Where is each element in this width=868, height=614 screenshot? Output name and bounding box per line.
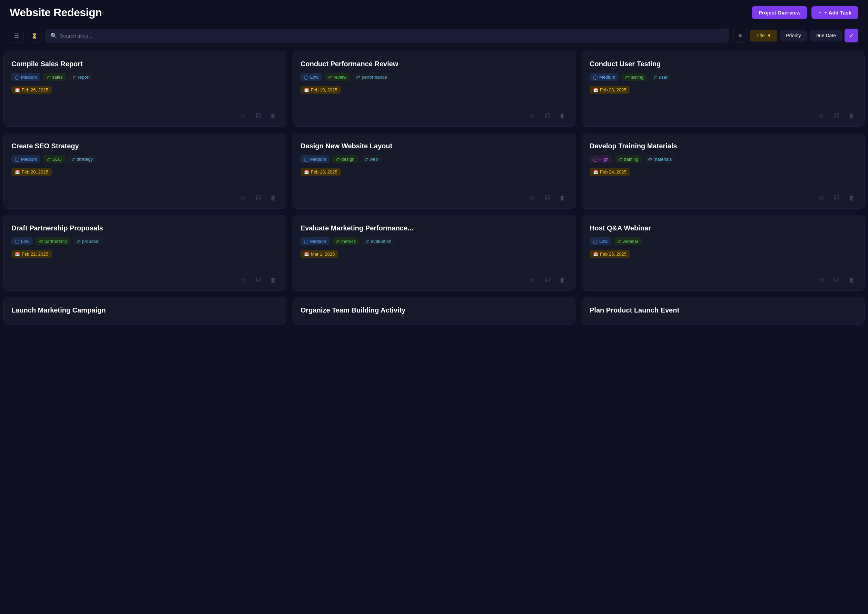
task-tag: 🏷 webinar xyxy=(614,237,642,245)
task-footer: ☆ ☑ 🗑 xyxy=(590,273,857,285)
complete-button[interactable]: ☑ xyxy=(832,111,842,121)
task-tags: ◯ Low 🏷 review 🏷 performance xyxy=(301,73,567,81)
menu-button[interactable]: ☰ xyxy=(10,29,23,42)
tag-icon: 🏷 xyxy=(46,75,50,79)
due-date-text: Feb 26, 2025 xyxy=(22,87,48,93)
delete-button[interactable]: 🗑 xyxy=(269,275,278,285)
chevron-down-icon: ▼ xyxy=(767,33,771,38)
task-card: Plan Product Launch Event xyxy=(582,297,865,325)
filter-due-date-button[interactable]: Due Date xyxy=(810,29,842,41)
task-tag: 🏷 evaluation xyxy=(362,237,395,245)
star-button[interactable]: ☆ xyxy=(239,193,248,203)
calendar-icon: 📅 xyxy=(15,252,20,257)
add-task-button[interactable]: + + Add Task xyxy=(811,6,858,19)
calendar-icon: 📅 xyxy=(593,252,598,257)
priority-label: Medium xyxy=(310,239,326,244)
task-tag: 🏷 sales xyxy=(43,73,66,81)
priority-label: Medium xyxy=(21,157,37,162)
tag-text: sales xyxy=(52,74,62,80)
tag-text: testing xyxy=(630,74,643,80)
delete-button[interactable]: 🗑 xyxy=(269,193,278,203)
task-title: Create SEO Strategy xyxy=(11,141,278,150)
priority-label: Medium xyxy=(310,157,326,162)
due-date-text: Feb 23, 2025 xyxy=(600,87,626,93)
clock-icon: ⏳ xyxy=(31,33,38,39)
header-actions: Project Overview + + Add Task xyxy=(752,6,858,19)
due-date-text: Mar 1, 2025 xyxy=(311,251,335,257)
complete-button[interactable]: ☑ xyxy=(542,275,552,285)
task-tags: ◯ High 🏷 training 🏷 materials xyxy=(590,155,857,163)
search-container: 🔍 xyxy=(45,29,729,42)
task-footer: ☆ ☑ 🗑 xyxy=(590,108,857,121)
tag-text: evaluation xyxy=(371,239,391,244)
tag-text: report xyxy=(78,74,90,80)
project-overview-button[interactable]: Project Overview xyxy=(752,6,808,19)
calendar-icon: 📅 xyxy=(593,88,598,93)
star-button[interactable]: ☆ xyxy=(817,275,826,285)
complete-button[interactable]: ☑ xyxy=(254,275,263,285)
task-title: Develop Training Materials xyxy=(590,141,857,150)
filter-priority-button[interactable]: Priority xyxy=(780,29,807,41)
task-title: Organize Team Building Activity xyxy=(301,305,567,315)
history-button[interactable]: ⏳ xyxy=(28,29,42,42)
tag-icon: 🏷 xyxy=(356,75,360,79)
due-date-text: Feb 22, 2025 xyxy=(22,251,48,257)
complete-button[interactable]: ☑ xyxy=(254,193,263,203)
search-input[interactable] xyxy=(45,29,729,42)
delete-button[interactable]: 🗑 xyxy=(847,275,857,285)
task-title: Host Q&A Webinar xyxy=(590,223,857,233)
complete-button[interactable]: ☑ xyxy=(542,193,552,203)
delete-button[interactable]: 🗑 xyxy=(558,275,567,285)
task-tag: 🏷 materials xyxy=(645,155,675,163)
star-button[interactable]: ☆ xyxy=(817,111,826,121)
priority-tag: ◯ Medium xyxy=(11,73,40,81)
complete-button[interactable]: ☑ xyxy=(832,193,842,203)
tag-icon: 🏷 xyxy=(618,157,622,161)
due-date-tag: 📅 Feb 20, 2025 xyxy=(11,168,52,176)
filter-title-button[interactable]: Title ▼ xyxy=(750,29,777,41)
task-title: Conduct User Testing xyxy=(590,59,857,68)
delete-button[interactable]: 🗑 xyxy=(847,111,857,121)
priority-tag: ◯ Medium xyxy=(590,73,618,81)
check-filter-button[interactable]: ✓ xyxy=(845,29,858,42)
task-card: Compile Sales Report ◯ Medium 🏷 sales 🏷 … xyxy=(3,51,286,127)
priority-tag: ◯ Medium xyxy=(301,237,329,245)
star-button[interactable]: ☆ xyxy=(527,111,537,121)
delete-button[interactable]: 🗑 xyxy=(847,193,857,203)
tag-text: partnership xyxy=(45,239,67,244)
task-card: Host Q&A Webinar ◯ Low 🏷 webinar 📅 Feb 2… xyxy=(582,215,865,291)
delete-button[interactable]: 🗑 xyxy=(558,111,567,121)
priority-tag: ◯ Low xyxy=(590,237,611,245)
filter-title-label: Title xyxy=(756,33,764,38)
tag-icon: 🏷 xyxy=(653,75,657,79)
delete-button[interactable]: 🗑 xyxy=(269,111,278,121)
complete-button[interactable]: ☑ xyxy=(832,275,842,285)
complete-button[interactable]: ☑ xyxy=(254,111,263,121)
due-date-tag: 📅 Feb 19, 2025 xyxy=(301,86,341,94)
list-view-button[interactable]: ≡ xyxy=(733,29,747,42)
tag-text: webinar xyxy=(623,239,639,244)
tag-icon: 🏷 xyxy=(328,75,332,79)
tag-icon: 🏷 xyxy=(617,239,621,243)
star-button[interactable]: ☆ xyxy=(527,275,537,285)
delete-button[interactable]: 🗑 xyxy=(558,193,567,203)
star-button[interactable]: ☆ xyxy=(817,193,826,203)
star-button[interactable]: ☆ xyxy=(239,111,248,121)
tag-icon: 🏷 xyxy=(336,239,339,243)
task-footer: ☆ ☑ 🗑 xyxy=(301,191,567,203)
calendar-icon: 📅 xyxy=(304,252,309,257)
task-card: Draft Partnership Proposals ◯ Low 🏷 part… xyxy=(3,215,286,291)
task-title: Compile Sales Report xyxy=(11,59,278,68)
task-date-row: 📅 Feb 19, 2025 xyxy=(301,86,567,94)
star-button[interactable]: ☆ xyxy=(239,275,248,285)
app-header: Website Redesign Project Overview + + Ad… xyxy=(0,0,868,25)
list-icon: ≡ xyxy=(739,33,742,39)
task-tags: ◯ Medium 🏷 testing 🏷 user xyxy=(590,73,857,81)
tag-icon: 🏷 xyxy=(77,239,81,243)
complete-button[interactable]: ☑ xyxy=(542,111,552,121)
clock-tag-icon: ◯ xyxy=(593,75,598,80)
clock-tag-icon: ◯ xyxy=(15,157,19,162)
task-tag: 🏷 metrics xyxy=(332,237,359,245)
tag-text: materials xyxy=(653,157,672,162)
star-button[interactable]: ☆ xyxy=(527,193,537,203)
